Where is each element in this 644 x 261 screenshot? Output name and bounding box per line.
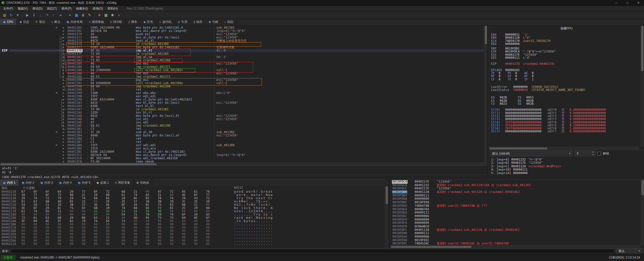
tab-threads[interactable]: ∥线程: [191, 19, 206, 25]
stack-row[interactable]: 0019FDD400000111: [390, 194, 641, 197]
stack-row[interactable]: 0019FDDC0019FE08: [390, 201, 641, 204]
stack-row[interactable]: 0019FDC40040217E"123456": [390, 180, 641, 184]
disasm-row[interactable]: 004013CB.F3:A6repe cmpsb: [0, 160, 487, 163]
stack-row[interactable]: 0019FDE074D647AB返回到 user32.74D647AB 自 ??…: [390, 204, 641, 208]
fpu-register-row[interactable]: ST(0)00000000000000000000x87r0空0.0000000…: [491, 108, 644, 111]
breakpoint-dot[interactable]: [63, 83, 64, 84]
register-row[interactable]: EDI00000111L'ď': [491, 56, 644, 59]
stack-row[interactable]: 0019FDE4000B0764: [390, 208, 641, 211]
argument-row[interactable]: 3: [esp+C]00401128<crackme2.WndProc>: [491, 165, 644, 168]
argument-row[interactable]: 5: [esp+14]00000000: [491, 172, 644, 175]
stack-row[interactable]: 0019FDF8DCBAABCD: [390, 225, 641, 228]
flags-row[interactable]: CF0TF0IF1: [491, 78, 644, 81]
last-status-row[interactable]: LastStatusC0000034(STATUS_OBJECT_NAME_NO…: [491, 88, 644, 91]
trace-icon[interactable]: »: [116, 12, 122, 18]
stack-row[interactable]: 0019FDFC00401128返回到 crackme2.sub_401128 …: [390, 228, 641, 232]
tab-trace[interactable]: »跟踪: [221, 19, 236, 25]
dump-tab-struct[interactable]: ⊞结构体: [133, 179, 152, 186]
memory-map-icon[interactable]: ▦: [73, 12, 79, 18]
argument-row[interactable]: 1: [esp+4]00401232"h~!@"6": [491, 158, 644, 161]
fpu-register-row[interactable]: ST(3)00000000000000000000x87r3空0.0000000…: [491, 118, 644, 121]
dump-row[interactable]: 0040221800000000000000000000000000000000…: [0, 242, 388, 246]
breakpoint-dot[interactable]: [63, 86, 64, 87]
calling-convention-select[interactable]: 默认 (stdcall)▼: [491, 151, 573, 156]
goto-icon[interactable]: ⌖: [67, 12, 73, 18]
stack-row[interactable]: 0019FE0C74D452AC返回到 user32.74D452AC 自 us…: [390, 242, 641, 245]
segment-row[interactable]: ES002BDS002B: [491, 99, 644, 102]
stack-row[interactable]: 0019FDE800000111: [390, 211, 641, 215]
dump-tab-watch1[interactable]: ◉监视 1: [94, 179, 112, 186]
step-out-icon[interactable]: ↑: [51, 12, 57, 18]
dump-tab-dump2[interactable]: ▦内存 2: [19, 179, 37, 186]
dump-tab-dump3[interactable]: ▦内存 3: [37, 179, 56, 186]
fpu-register-row[interactable]: ST(7)00000000000000000000x87r7空0.0000000…: [491, 130, 644, 133]
stack-hscrollbar[interactable]: [390, 245, 641, 248]
step-over-icon[interactable]: ↷: [44, 12, 50, 18]
breakpoint-dot[interactable]: [63, 158, 64, 159]
stack-row[interactable]: 0019FDF000000000: [390, 218, 641, 222]
dump-tab-locals[interactable]: ≡局部变量: [112, 179, 133, 186]
disasm-vscrollbar[interactable]: [484, 25, 487, 163]
preferences-icon[interactable]: ✱: [109, 12, 115, 18]
hide-fpu-button[interactable]: 隐藏FPU: [489, 25, 644, 31]
stack-row[interactable]: 0019FDD000401128返回到 crackme2.sub_401128 …: [390, 190, 641, 194]
breakpoint-dot[interactable]: [63, 30, 64, 32]
collapse-icon[interactable]: ⊟: [56, 91, 57, 94]
menu-item[interactable]: 调试(D): [30, 6, 45, 11]
breakpoint-dot[interactable]: [63, 92, 64, 94]
run-to-user-icon[interactable]: ⇥: [57, 12, 63, 18]
notes-icon[interactable]: ✎: [87, 12, 93, 18]
tab-log[interactable]: ≣日志: [17, 19, 32, 25]
breakpoint-dot[interactable]: [63, 151, 64, 152]
menu-item[interactable]: 收藏夹(I): [74, 6, 90, 11]
register-row[interactable]: EDX00000000: [491, 42, 644, 45]
flags-row[interactable]: ZF0PF0AF0: [491, 72, 644, 75]
breakpoint-dot[interactable]: [63, 96, 64, 97]
stack-row[interactable]: 0019FDD800000000: [390, 197, 641, 201]
breakpoint-dot[interactable]: [63, 148, 64, 149]
stack-row[interactable]: 0019FDC800401232返回到 crackme2.sub_401128+…: [390, 184, 641, 187]
stack-vscrollbar[interactable]: [641, 180, 644, 245]
argument-row[interactable]: 2: [esp+8]0040217E"123456": [491, 161, 644, 165]
collapse-icon[interactable]: ⊟: [56, 143, 57, 147]
menu-item[interactable]: 跟踪(T): [45, 6, 59, 11]
tab-notes[interactable]: ✎笔记: [32, 19, 48, 25]
breakpoint-dot[interactable]: [63, 89, 64, 90]
pause-icon[interactable]: ‖: [31, 12, 37, 18]
breakpoint-dot[interactable]: [63, 34, 64, 35]
tab-call-stack[interactable]: ≡调用堆栈: [86, 19, 107, 25]
command-input[interactable]: [11, 249, 614, 253]
breakpoint-dot[interactable]: [63, 145, 64, 146]
breakpoint-dot[interactable]: [63, 27, 64, 28]
breakpoint-dot[interactable]: [63, 161, 64, 162]
argument-count-spinner[interactable]: 5▲▼: [575, 151, 595, 156]
patch-icon[interactable]: ✚: [96, 12, 102, 18]
stack-row[interactable]: 0019FE080019FEEC: [390, 239, 641, 242]
minimize-button[interactable]: ─: [611, 0, 622, 6]
stack-pane[interactable]: 0019FDC40040217E"123456"0019FDC800401232…: [390, 179, 644, 248]
maximize-button[interactable]: □: [622, 0, 633, 6]
tab-symbols[interactable]: ◆符号: [141, 19, 156, 25]
stop-icon[interactable]: ✕: [15, 12, 21, 18]
menu-item[interactable]: 文件(F): [1, 6, 15, 11]
menu-item[interactable]: 帮助(H): [105, 6, 120, 11]
tab-seh[interactable]: §SEH链: [107, 19, 126, 25]
tab-cpu[interactable]: ▣CPU: [0, 19, 17, 25]
menu-item[interactable]: 选项(O): [90, 6, 105, 11]
run-icon[interactable]: ▶: [24, 12, 30, 18]
stack-row[interactable]: 0019FDF400000000: [390, 221, 641, 225]
dump-tab-dump5[interactable]: ▦内存 5: [75, 179, 94, 186]
tab-memory-map[interactable]: ▦内存布局: [64, 19, 86, 25]
stack-row[interactable]: 0019FDCC0040217E"123456": [390, 187, 641, 190]
breakpoint-dot[interactable]: [63, 132, 64, 133]
close-button[interactable]: ✕: [633, 0, 644, 6]
fpu-register-row[interactable]: ST(4)3FFF8000000000000000x87r4空1.0000000…: [491, 121, 644, 124]
dump-vscrollbar[interactable]: [385, 186, 388, 248]
breakpoint-dot[interactable]: [63, 135, 64, 136]
breakpoint-dot[interactable]: [63, 141, 64, 143]
unlock-checkbox[interactable]: [597, 152, 601, 155]
register-row[interactable]: EIP0040137Dcrackme2.0040137D: [491, 62, 644, 65]
segment-row[interactable]: CS0023SS002B: [491, 102, 644, 105]
calculator-icon[interactable]: ▩: [103, 12, 109, 18]
collapse-icon[interactable]: ⊟: [56, 130, 57, 134]
